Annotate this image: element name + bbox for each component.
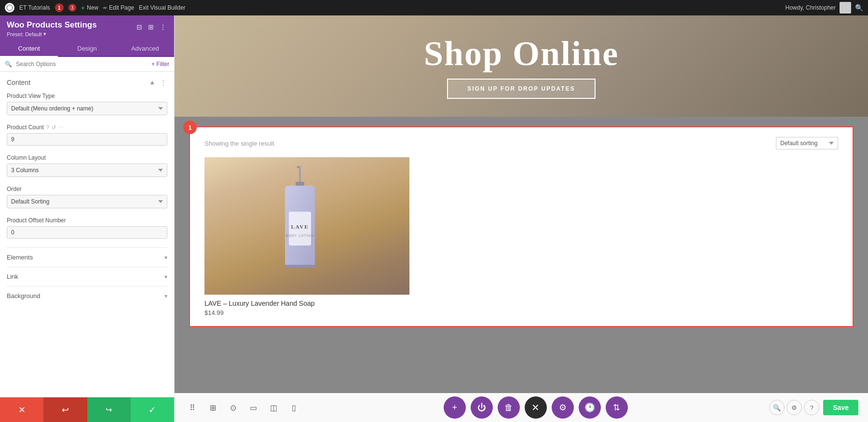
product-count-label: Product Count ? ↺ ⋯ [7,124,167,131]
redo-button[interactable]: ↪ [87,397,131,422]
background-chevron: ▾ [164,293,167,299]
comments-total[interactable]: 3 [68,4,76,12]
edit-page-link[interactable]: ✏ Edit Page [103,4,134,11]
help-icon[interactable]: ? [46,124,49,130]
search-row: 🔍 + Filter [0,57,174,72]
link-title: Link [7,273,18,280]
search-icon[interactable]: 🔍 [855,4,863,12]
product-grid: LAVE BODY LOTION LAVE – Luxury Lavender … [204,157,838,316]
section-controls: ▲ ⋮ [148,78,167,87]
sidebar-bottom: ✕ ↩ ↪ ✓ [0,397,174,422]
tablet-button[interactable]: ◫ [265,399,282,416]
columns-button[interactable]: ⊞ [204,399,221,416]
hero-cta-button[interactable]: SIGN UP FOR DROP UPDATES [447,79,595,99]
top-bar: ET Tutorials 1 3 + New ✏ Edit Page Exit … [0,0,868,15]
tab-design[interactable]: Design [58,41,116,57]
comments-link[interactable]: 1 [55,3,64,12]
svg-rect-1 [297,166,303,168]
search-icon-sidebar: 🔍 [5,61,12,68]
sidebar-preset[interactable]: Preset: Default ▾ [7,31,97,37]
products-header: Showing the single result Default sortin… [204,137,838,150]
more-options-icon[interactable]: ⋯ [58,124,64,131]
toolbar-center: + ⏻ 🗑 ✕ ⚙ 🕐 ⇅ [444,396,628,419]
product-offset-field: Product Offset Number [7,217,167,239]
hero-section: Shop Online SIGN UP FOR DROP UPDATES [175,15,868,117]
product-count-input[interactable] [7,133,167,146]
grid-view-button[interactable]: ⠿ [184,399,201,416]
order-label: Order [7,186,167,192]
reset-icon[interactable]: ↺ [52,124,56,131]
layout-button[interactable]: ⊞ [147,22,155,32]
undo-button[interactable]: ↩ [43,397,87,422]
main-content: Shop Online SIGN UP FOR DROP UPDATES 1 S… [175,15,868,422]
order-field: Order Default Sorting Newest First Price… [7,186,167,208]
site-name[interactable]: ET Tutorials [19,4,50,11]
tab-content[interactable]: Content [0,41,58,57]
settings-right-button[interactable]: ⚙ [787,400,802,415]
sort-select[interactable]: Default sorting Sort by popularity Sort … [776,137,838,150]
column-layout-select[interactable]: 3 Columns 1 Column 2 Columns 4 Columns [7,163,167,177]
sidebar: Woo Products Settings Preset: Default ▾ … [0,15,175,422]
svg-rect-8 [285,265,315,268]
collapse-content-button[interactable]: ▲ [148,78,156,87]
search-options-input[interactable] [16,61,148,68]
svg-rect-3 [296,182,304,186]
product-card[interactable]: LAVE BODY LOTION LAVE – Luxury Lavender … [204,157,409,316]
sort-button[interactable]: ⇅ [606,396,628,419]
elements-title: Elements [7,254,33,261]
add-module-button[interactable]: + [444,396,466,419]
bottom-toolbar: ⠿ ⊞ ⊙ ▭ ◫ ▯ + ⏻ 🗑 ✕ ⚙ 🕐 ⇅ 🔍 ⚙ ? [175,393,868,422]
products-area: 1 Showing the single result Default sort… [189,126,854,327]
user-avatar [840,2,851,14]
top-bar-left: ET Tutorials 1 3 + New ✏ Edit Page Exit … [5,3,780,13]
product-offset-input[interactable] [7,226,167,239]
mobile-button[interactable]: ▯ [285,399,302,416]
product-count-field: Product Count ? ↺ ⋯ [7,124,167,146]
cancel-button[interactable]: ✕ [0,397,43,422]
svg-text:LAVE: LAVE [291,224,309,230]
toolbar-right-icons: 🔍 ⚙ ? [769,400,819,415]
column-layout-label: Column Layout [7,154,167,161]
order-select[interactable]: Default Sorting Newest First Price: Low … [7,195,167,208]
link-header[interactable]: Link ▾ [7,273,167,280]
desktop-button[interactable]: ▭ [245,399,261,416]
confirm-button[interactable]: ✓ [131,397,174,422]
sidebar-title: Woo Products Settings [7,20,97,30]
minimize-button[interactable]: ⊟ [136,22,143,32]
elements-header[interactable]: Elements ▾ [7,254,167,261]
elements-section: Elements ▾ [7,247,167,267]
product-price: $14.99 [204,309,409,316]
column-layout-field: Column Layout 3 Columns 1 Column 2 Colum… [7,154,167,177]
power-button[interactable]: ⏻ [471,396,493,419]
search-toolbar-button[interactable]: 🔍 [769,400,785,415]
link-chevron: ▾ [164,273,167,280]
settings-button[interactable]: ⚙ [552,396,574,419]
delete-button[interactable]: 🗑 [498,396,520,419]
product-view-type-label: Product View Type [7,93,167,99]
tab-advanced[interactable]: Advanced [116,41,174,57]
product-view-type-select[interactable]: Default (Menu ordering + name) [7,102,167,115]
elements-chevron: ▾ [164,254,167,261]
hero-title: Shop Online [424,34,619,74]
filter-button[interactable]: + Filter [151,61,169,68]
module-number: 1 [183,121,197,134]
comment-count-badge: 3 [68,4,76,12]
product-view-type-field: Product View Type Default (Menu ordering… [7,93,167,115]
link-toolbar-button[interactable]: ⊙ [225,399,241,416]
toolbar-right: 🔍 ⚙ ? Save [769,400,858,415]
wordpress-logo[interactable] [5,3,14,13]
svg-text:BODY LOTION: BODY LOTION [286,234,314,237]
content-section-header: Content ▲ ⋮ [7,78,167,87]
save-button[interactable]: Save [823,400,858,415]
link-section: Link ▾ [7,267,167,286]
exit-vb-link[interactable]: Exit Visual Builder [139,4,186,11]
close-module-button[interactable]: ✕ [525,396,547,419]
more-button[interactable]: ⋮ [159,22,167,32]
history-button[interactable]: 🕐 [579,396,601,419]
svg-rect-2 [299,168,301,183]
help-button[interactable]: ? [804,400,819,415]
more-content-button[interactable]: ⋮ [159,78,167,87]
new-link[interactable]: + New [81,4,98,12]
background-header[interactable]: Background ▾ [7,292,167,299]
content-section-title: Content [7,79,30,86]
